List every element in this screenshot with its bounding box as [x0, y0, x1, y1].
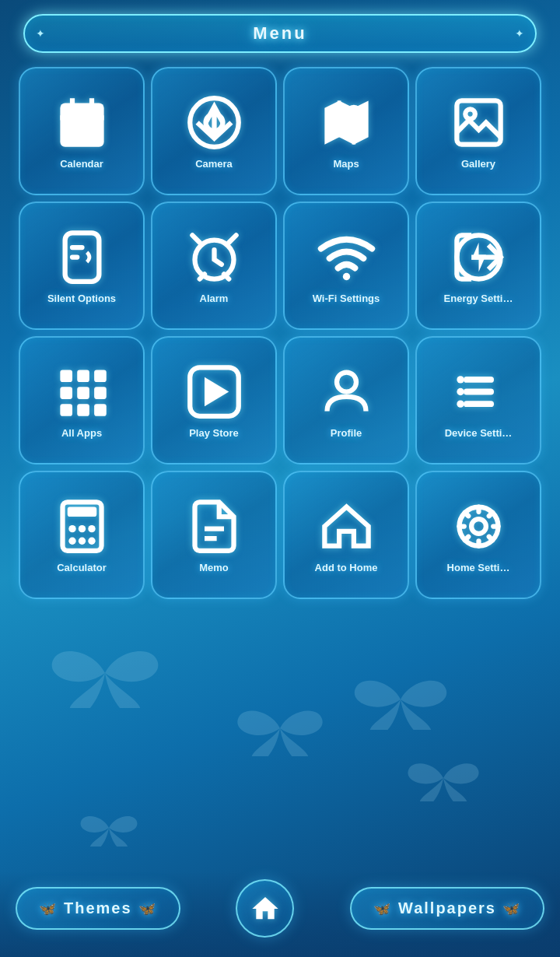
profile-icon [317, 363, 376, 421]
gallery-icon [450, 93, 508, 152]
wallpapers-butterfly-right: 🦋 [502, 900, 521, 917]
calendar-label: Calendar [60, 158, 103, 170]
silent-options-icon [53, 228, 111, 286]
svg-point-26 [337, 373, 356, 392]
calendar-icon: 12 [53, 93, 111, 152]
svg-rect-19 [60, 387, 72, 399]
alarm-icon [185, 228, 243, 286]
play-store-label: Play Store [189, 427, 239, 440]
app-item-home-settings[interactable]: Home Setti… [415, 471, 541, 599]
svg-point-39 [78, 538, 85, 545]
calculator-icon [53, 497, 111, 556]
svg-point-35 [68, 525, 75, 532]
svg-point-31 [457, 388, 464, 395]
home-icon [250, 893, 281, 924]
wallpapers-butterfly-left: 🦋 [373, 900, 392, 917]
energy-settings-icon [450, 228, 508, 286]
svg-rect-21 [94, 387, 107, 399]
bottom-bar: 🦋 Themes 🦋 🦋 Wallpapers 🦋 [0, 871, 560, 957]
app-item-add-to-home[interactable]: Add to Home [283, 471, 409, 599]
camera-icon [185, 93, 243, 152]
home-button[interactable] [236, 879, 294, 938]
app-item-calendar[interactable]: 12Calendar [19, 67, 145, 195]
svg-point-40 [88, 538, 95, 545]
svg-rect-17 [77, 370, 89, 383]
memo-label: Memo [199, 562, 229, 574]
svg-rect-24 [94, 404, 107, 416]
app-item-silent-options[interactable]: Silent Options [19, 202, 145, 330]
svg-rect-22 [60, 404, 72, 416]
svg-point-44 [471, 519, 486, 534]
svg-point-32 [457, 401, 464, 408]
maps-label: Maps [333, 158, 359, 170]
app-item-gallery[interactable]: Gallery [415, 67, 541, 195]
svg-rect-16 [60, 370, 72, 383]
svg-point-10 [465, 110, 475, 120]
app-grid: 12CalendarCameraMapsGallerySilent Option… [9, 67, 551, 599]
wallpapers-button[interactable]: 🦋 Wallpapers 🦋 [350, 887, 544, 930]
themes-butterfly-left: 🦋 [39, 900, 58, 917]
deco-area: 🦋 Themes 🦋 🦋 Wallpapers 🦋 [0, 599, 560, 957]
silent-options-label: Silent Options [47, 293, 116, 305]
svg-point-30 [457, 376, 464, 383]
wallpapers-label: Wallpapers [398, 899, 496, 917]
themes-label: Themes [64, 899, 132, 917]
add-to-home-icon [317, 497, 376, 556]
gallery-label: Gallery [461, 158, 495, 170]
device-settings-label: Device Setti… [445, 427, 513, 440]
app-item-profile[interactable]: Profile [283, 336, 409, 464]
calculator-label: Calculator [57, 562, 107, 574]
app-item-all-apps[interactable]: All Apps [19, 336, 145, 464]
alarm-label: Alarm [200, 293, 229, 305]
all-apps-label: All Apps [61, 427, 102, 440]
all-apps-icon [53, 363, 111, 421]
wifi-settings-icon [317, 228, 376, 286]
menu-title-bar: Menu [23, 14, 537, 53]
svg-rect-20 [77, 387, 89, 399]
app-item-wifi-settings[interactable]: Wi-Fi Settings [283, 202, 409, 330]
add-to-home-label: Add to Home [315, 562, 378, 574]
memo-icon [185, 497, 243, 556]
svg-point-13 [342, 273, 349, 280]
menu-title: Menu [253, 23, 306, 43]
wifi-settings-label: Wi-Fi Settings [313, 293, 380, 305]
svg-text:12: 12 [71, 124, 93, 146]
themes-button[interactable]: 🦋 Themes 🦋 [16, 887, 180, 930]
home-settings-icon [450, 497, 508, 556]
themes-butterfly-right: 🦋 [138, 900, 157, 917]
energy-settings-label: Energy Setti… [444, 293, 513, 305]
svg-rect-23 [77, 404, 89, 416]
svg-rect-34 [67, 507, 96, 517]
app-item-calculator[interactable]: Calculator [19, 471, 145, 599]
app-item-alarm[interactable]: Alarm [151, 202, 277, 330]
app-item-energy-settings[interactable]: Energy Setti… [415, 202, 541, 330]
page-wrapper: Menu 12CalendarCameraMapsGallerySilent O… [0, 0, 560, 957]
svg-point-38 [68, 538, 75, 545]
maps-icon [317, 93, 376, 152]
app-item-maps[interactable]: Maps [283, 67, 409, 195]
camera-label: Camera [195, 158, 233, 170]
svg-point-37 [88, 525, 95, 532]
app-item-camera[interactable]: Camera [151, 67, 277, 195]
home-settings-label: Home Setti… [447, 562, 510, 574]
app-item-memo[interactable]: Memo [151, 471, 277, 599]
app-item-device-settings[interactable]: Device Setti… [415, 336, 541, 464]
svg-rect-18 [94, 370, 107, 383]
svg-point-36 [78, 525, 85, 532]
profile-label: Profile [331, 427, 362, 440]
app-item-play-store[interactable]: Play Store [151, 336, 277, 464]
device-settings-icon [450, 363, 508, 421]
play-store-icon [185, 363, 243, 421]
